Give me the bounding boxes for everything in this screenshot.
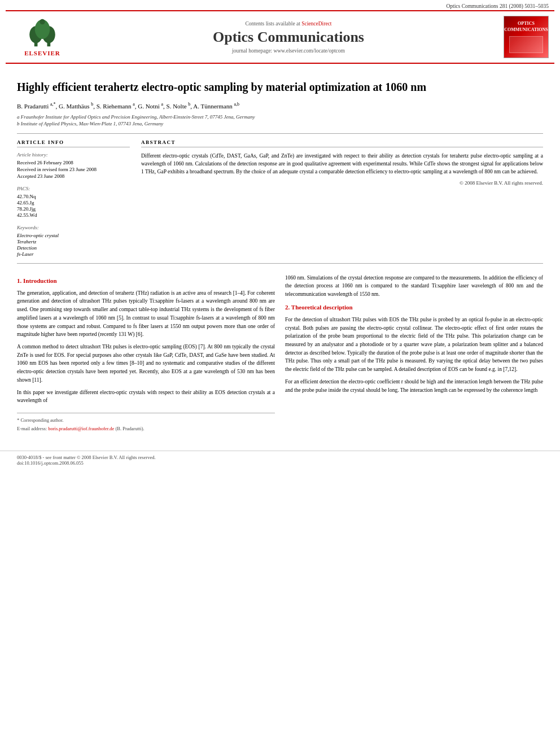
abstract-text: Different electro-optic crystals (CdTe, …	[141, 152, 543, 176]
email-line: E-mail address: boris.pradarutti@iof.fra…	[17, 425, 275, 433]
elsevier-brand-text: ELSEVIER	[24, 50, 60, 56]
keywords-heading: Keywords:	[17, 225, 130, 230]
corresponding-author-note: * Corresponding author.	[17, 417, 275, 424]
keyword-1: Electro-optic crystal	[17, 233, 130, 238]
body-columns: 1. Introduction The generation, applicat…	[17, 274, 543, 434]
affiliation-b: b Institute of Applied Physics, Max-Wien…	[17, 121, 543, 126]
article-info-heading: ARTICLE INFO	[17, 139, 130, 147]
email-link[interactable]: boris.pradarutti@iof.fraunhofer.de	[48, 426, 114, 431]
history-label: Article history:	[17, 152, 130, 158]
intro-continuation: 1060 nm. Simulations of the crystal dete…	[285, 274, 543, 299]
body-column-left: 1. Introduction The generation, applicat…	[17, 274, 275, 434]
pacs-heading: PACS:	[17, 186, 130, 191]
intro-para-1: The generation, application, and detecti…	[17, 289, 275, 339]
sciencedirect-line: Contents lists available at ScienceDirec…	[73, 21, 504, 27]
svg-point-5	[40, 19, 45, 24]
pacs-code-1: 42.70.Nq	[17, 194, 130, 199]
page-footer: 0030-4018/$ - see front matter © 2008 El…	[0, 451, 560, 469]
pacs-code-4: 42.55.Wd	[17, 212, 130, 218]
section2-para-1: For the detection of ultrashort THz puls…	[285, 316, 543, 374]
sciencedirect-link-text[interactable]: ScienceDirect	[301, 21, 331, 27]
article-title: Highly efficient terahertz electro-optic…	[17, 80, 543, 95]
main-content: Highly efficient terahertz electro-optic…	[0, 64, 560, 445]
pacs-code-3: 78.20.Jjg	[17, 206, 130, 212]
keyword-3: Detection	[17, 245, 130, 251]
date-received: Received 26 February 2008	[17, 160, 130, 165]
journal-name: Optics Communications	[73, 29, 504, 46]
body-column-right: 1060 nm. Simulations of the crystal dete…	[285, 274, 543, 434]
abstract-copyright: © 2008 Elsevier B.V. All rights reserved…	[141, 180, 543, 186]
journal-cover-image: OPTICSCOMMUNICATIONS	[504, 16, 549, 58]
abstract-panel: ABSTRACT Different electro-optic crystal…	[141, 139, 543, 257]
journal-reference: Optics Communications 281 (2008) 5031–50…	[0, 0, 560, 10]
elsevier-logo: ELSEVIER	[11, 18, 73, 56]
affiliations: a Fraunhofer Institute for Applied Optic…	[17, 114, 543, 126]
footer-doi: doi:10.1016/j.optcom.2008.06.055	[17, 460, 543, 466]
pacs-code-2: 42.65.Jg	[17, 200, 130, 206]
elsevier-tree-icon	[23, 18, 62, 49]
divider-header	[17, 133, 543, 134]
keyword-2: Terahertz	[17, 239, 130, 244]
abstract-heading: ABSTRACT	[141, 139, 543, 147]
affiliation-a: a Fraunhofer Institute for Applied Optic…	[17, 114, 543, 120]
article-info-panel: ARTICLE INFO Article history: Received 2…	[17, 139, 130, 257]
footnote-area: * Corresponding author. E-mail address: …	[17, 413, 275, 433]
divider-body	[17, 263, 543, 264]
intro-para-2: A common method to detect ultrashort THz…	[17, 343, 275, 385]
journal-homepage: journal homepage: www.elsevier.com/locat…	[73, 48, 504, 54]
date-revised: Received in revised form 23 June 2008	[17, 167, 130, 172]
authors-line: B. Pradarutti a,*, G. Matthäus b, S. Rie…	[17, 102, 543, 110]
section1-title: 1. Introduction	[17, 276, 275, 286]
keyword-4: fs-Laser	[17, 251, 130, 257]
date-accepted: Accepted 23 June 2008	[17, 173, 130, 179]
cover-thumbnail	[509, 36, 543, 53]
keywords-section: Keywords: Electro-optic crystal Terahert…	[17, 225, 130, 257]
journal-header: ELSEVIER Contents lists available at Sci…	[6, 10, 554, 64]
journal-title-block: Contents lists available at ScienceDirec…	[73, 21, 504, 54]
footer-license: 0030-4018/$ - see front matter © 2008 El…	[17, 455, 543, 460]
cover-title-text: OPTICSCOMMUNICATIONS	[504, 21, 548, 33]
section2-title: 2. Theoretical description	[285, 303, 543, 312]
section2-para-2: For an efficient detection the electro-o…	[285, 378, 543, 394]
intro-para-3: In this paper we investigate different e…	[17, 388, 275, 405]
pacs-section: PACS: 42.70.Nq 42.65.Jg 78.20.Jjg 42.55.…	[17, 186, 130, 218]
info-abstract-section: ARTICLE INFO Article history: Received 2…	[17, 139, 543, 257]
